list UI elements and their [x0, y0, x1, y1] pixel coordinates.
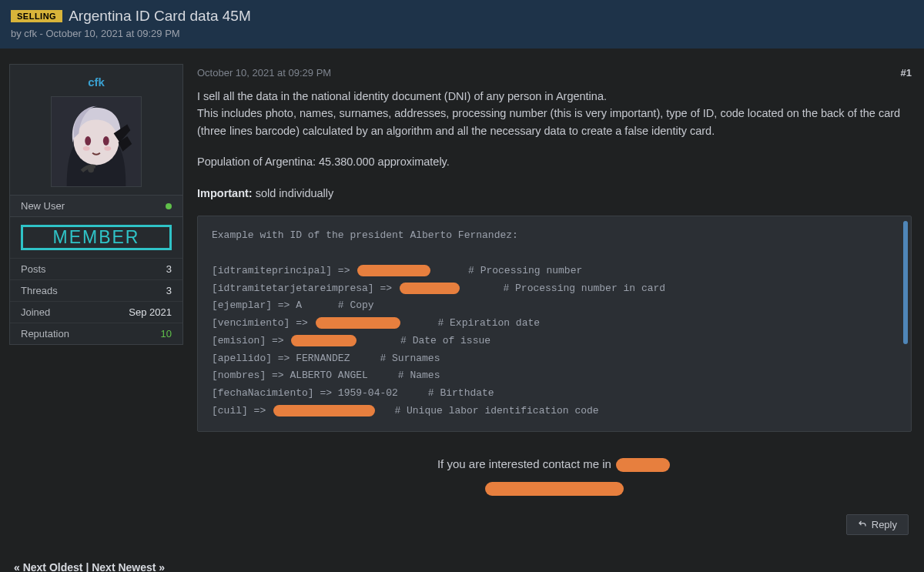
redacted-value: [291, 335, 357, 346]
svg-point-3: [103, 136, 109, 146]
laquo-icon: «: [14, 561, 23, 572]
stat-label: Reputation: [21, 328, 69, 340]
stat-joined: Joined Sep 2021: [10, 301, 182, 323]
raquo-icon: »: [156, 561, 165, 572]
code-example-block: Example with ID of the president Alberto…: [197, 216, 912, 431]
stat-posts: Posts 3: [10, 258, 182, 279]
scrollbar-thumb[interactable]: [903, 221, 908, 344]
code-line: [apellido] => FERNANDEZ # Surnames: [212, 353, 440, 364]
thread-title: Argentina ID Card data 45M: [69, 8, 251, 25]
code-line: [nombres] => ALBERTO ANGEL # Names: [212, 370, 440, 381]
redacted-value: [485, 482, 624, 496]
stat-threads: Threads 3: [10, 279, 182, 301]
username-link[interactable]: cfk: [10, 65, 182, 96]
avatar[interactable]: [51, 96, 142, 187]
post-body: I sell all the data in the national iden…: [194, 88, 915, 535]
svg-point-2: [85, 136, 91, 146]
member-badge: MEMBER: [21, 225, 172, 250]
thread-byline: by cfk - October 10, 2021 at 09:29 PM: [11, 28, 913, 39]
svg-point-6: [88, 166, 94, 172]
thread-header: SELLING Argentina ID Card data 45M by cf…: [0, 0, 924, 49]
stat-label: Threads: [21, 285, 58, 296]
code-line: [emision] =>: [212, 335, 290, 346]
redacted-value: [273, 405, 375, 416]
code-line: [vencimiento] =>: [212, 317, 314, 329]
svg-point-5: [104, 146, 111, 151]
code-line: [ejemplar] => A # Copy: [212, 299, 374, 311]
post-timestamp: October 10, 2021 at 09:29 PM: [197, 67, 331, 79]
code-line: [idtramitetarjetareimpresa] =>: [212, 283, 398, 294]
svg-point-4: [83, 146, 90, 151]
reply-arrow-icon: [858, 520, 867, 529]
next-oldest-link[interactable]: Next Oldest: [23, 561, 83, 572]
stat-value: 10: [161, 328, 172, 340]
code-comment: # Processing number in card: [461, 283, 665, 294]
redacted-value: [316, 317, 400, 329]
important-text: sold individually: [253, 187, 334, 199]
code-intro: Example with ID of the president Alberto…: [212, 229, 518, 241]
post-line: Population of Argentina: 45.380.000 appr…: [197, 153, 912, 170]
stat-value: 3: [166, 263, 172, 275]
user-status-text: New User: [21, 200, 65, 212]
reply-label: Reply: [872, 519, 897, 530]
contact-text: If you are interested contact me in: [437, 457, 614, 470]
post-line: I sell all the data in the national iden…: [197, 90, 607, 102]
reply-button[interactable]: Reply: [846, 514, 909, 535]
redacted-value: [400, 283, 460, 294]
user-card: cfk: [9, 64, 183, 345]
stat-label: Posts: [21, 263, 46, 275]
code-comment: # Date of issue: [358, 335, 490, 346]
redacted-value: [616, 458, 670, 472]
code-comment: # Unique labor identification code: [377, 405, 599, 416]
next-newest-link[interactable]: Next Newest: [92, 561, 156, 572]
code-line: [idtramiteprincipal] =>: [212, 265, 356, 276]
stat-value: 3: [166, 285, 172, 296]
important-label: Important:: [197, 187, 253, 199]
thread-nav-footer: « Next Oldest | Next Newest »: [0, 550, 924, 572]
post-line: This includes photo, names, surnames, ad…: [197, 107, 900, 136]
contact-line: If you are interested contact me in: [197, 452, 912, 500]
redacted-value: [357, 265, 430, 276]
stat-value: Sep 2021: [129, 306, 172, 318]
code-comment: # Expiration date: [402, 317, 540, 329]
stat-reputation: Reputation 10: [10, 323, 182, 344]
code-line: [fechaNacimiento] => 1959-04-02 # Birthd…: [212, 387, 494, 399]
code-comment: # Processing number: [432, 265, 582, 276]
online-indicator-icon: [166, 203, 172, 209]
code-line: [cuil] =>: [212, 405, 272, 416]
stat-label: Joined: [21, 306, 50, 318]
selling-tag: SELLING: [11, 10, 62, 22]
nav-separator: |: [83, 561, 92, 572]
post-number[interactable]: #1: [901, 67, 912, 79]
